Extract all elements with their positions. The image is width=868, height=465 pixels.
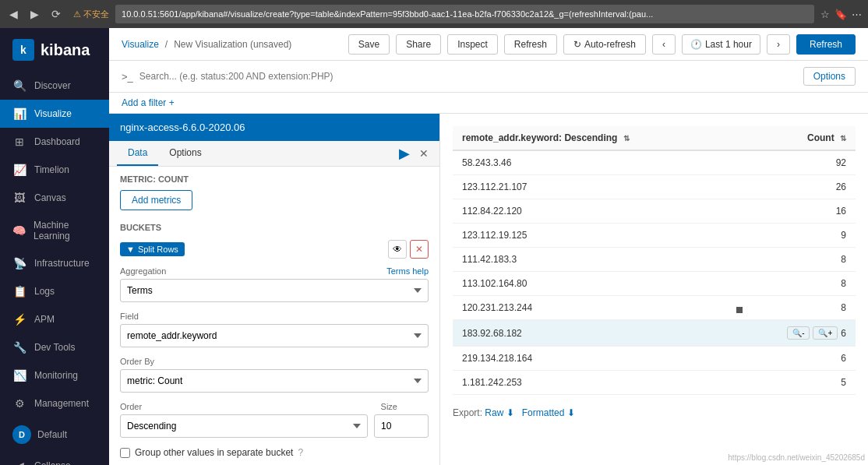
order-by-select[interactable]: metric: Count bbox=[120, 369, 429, 393]
tab-data[interactable]: Data bbox=[117, 141, 158, 166]
eye-button[interactable]: 👁 bbox=[388, 240, 407, 259]
size-input[interactable] bbox=[374, 414, 429, 438]
cursor-pointer bbox=[736, 307, 743, 313]
breadcrumb: Visualize / New Visualization (unsaved) bbox=[122, 39, 291, 50]
options-button[interactable]: Options bbox=[803, 67, 856, 86]
table-cell-count: 6 bbox=[737, 347, 856, 371]
table-row: 123.112.21.10726 bbox=[453, 175, 856, 199]
refresh-main-button[interactable]: Refresh bbox=[796, 34, 856, 55]
browser-back-btn[interactable]: ◀ bbox=[6, 5, 21, 23]
terms-help-link[interactable]: Terms help bbox=[386, 266, 429, 276]
infra-icon: 📡 bbox=[12, 257, 26, 269]
time-nav-back-button[interactable]: ‹ bbox=[652, 34, 676, 55]
table-cell-addr: 113.102.164.80 bbox=[453, 272, 737, 296]
col-header-count[interactable]: Count ⇅ bbox=[737, 126, 856, 150]
share-button[interactable]: Share bbox=[396, 34, 441, 55]
sidebar-item-monitoring[interactable]: 📉 Monitoring bbox=[0, 361, 109, 389]
browser-forward-btn[interactable]: ▶ bbox=[27, 5, 42, 23]
sidebar-item-dashboard[interactable]: ⊞ Dashboard bbox=[0, 128, 109, 156]
table-cell-count: 8 bbox=[737, 272, 856, 296]
table-row: 183.92.68.182🔍-🔍+ 6 bbox=[453, 320, 856, 347]
panel-header: nginx-access-6.6.0-2020.06 bbox=[109, 114, 439, 141]
table-row: 123.112.19.1259 bbox=[453, 224, 856, 248]
delete-row-button[interactable]: ✕ bbox=[410, 240, 429, 259]
sidebar-item-machine-learning[interactable]: 🧠 Machine Learning bbox=[0, 212, 109, 249]
sidebar-item-dev-tools[interactable]: 🔧 Dev Tools bbox=[0, 333, 109, 361]
data-table: remote_addr.keyword: Descending ⇅ Count … bbox=[453, 126, 856, 395]
export-formatted-label: Formatted bbox=[522, 407, 565, 418]
table-cell-count: 16 bbox=[737, 199, 856, 224]
refresh-button[interactable]: Refresh bbox=[504, 34, 557, 55]
sidebar-item-timelion[interactable]: 📈 Timelion bbox=[0, 156, 109, 184]
table-row: 111.42.183.38 bbox=[453, 248, 856, 272]
sidebar-item-default[interactable]: D Default bbox=[0, 417, 109, 452]
sidebar-item-canvas[interactable]: 🖼 Canvas bbox=[0, 184, 109, 212]
sidebar-item-label: Dev Tools bbox=[34, 342, 75, 353]
ml-icon: 🧠 bbox=[12, 224, 26, 237]
sidebar-item-discover[interactable]: 🔍 Discover bbox=[0, 72, 109, 100]
zoom-out-btn[interactable]: 🔍- bbox=[787, 326, 810, 340]
field-label: Field bbox=[120, 312, 139, 321]
kibana-logo-icon: k bbox=[12, 39, 34, 61]
sidebar-item-label: Collapse bbox=[34, 460, 71, 465]
watermark: https://blog.csdn.net/weixin_45202685d bbox=[728, 453, 865, 462]
save-button[interactable]: Save bbox=[348, 34, 390, 55]
sidebar-item-label: Visualize bbox=[34, 108, 72, 119]
panel-content: Metric: Count Add metrics Buckets ▼ Spli… bbox=[109, 167, 439, 465]
table-row: 58.243.3.4692 bbox=[453, 150, 856, 175]
browser-url-input[interactable] bbox=[115, 5, 814, 23]
group-other-checkbox[interactable] bbox=[120, 448, 130, 458]
aggregation-select[interactable]: Terms bbox=[120, 279, 429, 302]
table-header-row: remote_addr.keyword: Descending ⇅ Count … bbox=[453, 126, 856, 150]
breadcrumb-visualize-link[interactable]: Visualize bbox=[122, 39, 159, 50]
split-row-header: ▼ Split Rows 👁 ✕ bbox=[120, 240, 429, 259]
run-button[interactable]: ▶ bbox=[396, 142, 413, 165]
sidebar-item-label: Logs bbox=[34, 286, 55, 297]
main-content: Visualize / New Visualization (unsaved) … bbox=[109, 28, 868, 465]
split-row-toggle-icon: ▼ bbox=[126, 245, 135, 254]
left-panel: nginx-access-6.6.0-2020.06 Data Options … bbox=[109, 114, 440, 465]
browser-refresh-btn[interactable]: ⟳ bbox=[48, 5, 64, 23]
sidebar-item-collapse[interactable]: ◀ Collapse bbox=[0, 452, 109, 465]
sidebar-item-label: Discover bbox=[34, 80, 71, 91]
sidebar: k kibana 🔍 Discover 📊 Visualize ⊞ Dashbo… bbox=[0, 28, 109, 465]
table-row: 120.231.213.2448 bbox=[453, 296, 856, 320]
field-select[interactable]: remote_addr.keyword bbox=[120, 324, 429, 347]
search-input[interactable] bbox=[139, 71, 797, 82]
sidebar-item-logs[interactable]: 📋 Logs bbox=[0, 277, 109, 305]
order-size-group: Order Size Descending bbox=[120, 402, 429, 438]
order-select[interactable]: Descending bbox=[120, 414, 368, 438]
auto-refresh-button[interactable]: ↻ Auto-refresh bbox=[563, 34, 646, 55]
sidebar-item-visualize[interactable]: 📊 Visualize bbox=[0, 100, 109, 128]
sidebar-item-management[interactable]: ⚙ Management bbox=[0, 389, 109, 417]
topbar-actions: Save Share Inspect Refresh ↻ Auto-refres… bbox=[348, 34, 856, 55]
sidebar-item-label: Default bbox=[37, 429, 67, 440]
sidebar-item-apm[interactable]: ⚡ APM bbox=[0, 305, 109, 333]
dashboard-icon: ⊞ bbox=[12, 136, 26, 148]
order-row: Descending bbox=[120, 414, 429, 438]
filter-bar: Add a filter + bbox=[109, 93, 868, 114]
add-filter-button[interactable]: Add a filter + bbox=[122, 97, 175, 108]
inspect-button[interactable]: Inspect bbox=[447, 34, 498, 55]
export-row: Export: Raw ⬇ Formatted ⬇ bbox=[453, 407, 856, 418]
order-by-label: Order By bbox=[120, 357, 154, 366]
zoom-in-btn[interactable]: 🔍+ bbox=[813, 326, 838, 340]
logs-icon: 📋 bbox=[12, 285, 26, 298]
time-nav-forward-button[interactable]: › bbox=[767, 34, 790, 55]
export-formatted-link[interactable]: Formatted ⬇ bbox=[522, 407, 575, 418]
sidebar-item-infrastructure[interactable]: 📡 Infrastructure bbox=[0, 249, 109, 277]
breadcrumb-current: New Visualization (unsaved) bbox=[174, 39, 291, 50]
table-cell-addr: 123.112.21.107 bbox=[453, 175, 737, 199]
tab-options[interactable]: Options bbox=[158, 141, 212, 166]
export-raw-link[interactable]: Raw ⬇ bbox=[485, 407, 517, 418]
add-metrics-button[interactable]: Add metrics bbox=[120, 190, 192, 210]
time-picker[interactable]: 🕐 Last 1 hour bbox=[682, 34, 760, 55]
table-cell-count: 8 bbox=[737, 248, 856, 272]
user-avatar: D bbox=[12, 425, 31, 444]
group-other-help-icon[interactable]: ? bbox=[298, 447, 303, 458]
split-row-badge: ▼ Split Rows bbox=[120, 242, 185, 256]
apm-icon: ⚡ bbox=[12, 313, 26, 326]
close-panel-button[interactable]: ✕ bbox=[416, 144, 432, 163]
download-raw-icon: ⬇ bbox=[506, 407, 514, 418]
col-header-addr[interactable]: remote_addr.keyword: Descending ⇅ bbox=[453, 126, 737, 150]
